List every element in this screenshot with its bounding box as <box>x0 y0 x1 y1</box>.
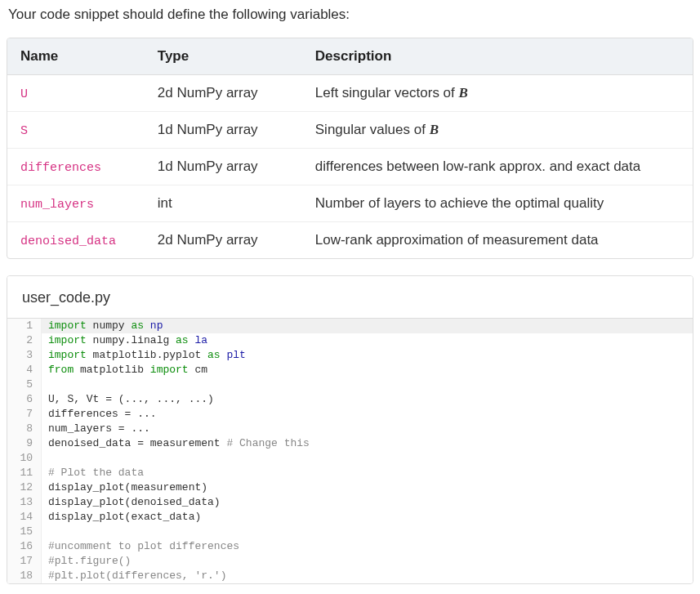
code-line[interactable]: 16#uncomment to plot differences <box>7 539 693 554</box>
code-line[interactable]: 3import matplotlib.pyplot as plt <box>7 348 693 363</box>
code-line[interactable]: 6U, S, Vt = (..., ..., ...) <box>7 392 693 407</box>
code-line[interactable]: 5 <box>7 377 693 392</box>
line-number: 1 <box>7 319 42 333</box>
variable-code: denoised_data <box>20 234 116 248</box>
intro-text: Your code snippet should define the foll… <box>8 7 693 23</box>
cell-var-type: 2d NumPy array <box>145 222 302 259</box>
code-line[interactable]: 11# Plot the data <box>7 466 693 480</box>
variables-table: Name Type Description U2d NumPy arrayLef… <box>7 38 693 258</box>
table-row: denoised_data2d NumPy arrayLow-rank appr… <box>7 222 693 259</box>
code-content[interactable]: import numpy.linalg as la <box>42 333 207 348</box>
code-line[interactable]: 4from matplotlib import cm <box>7 363 693 377</box>
code-line[interactable]: 14display_plot(exact_data) <box>7 510 693 525</box>
code-content[interactable]: display_plot(denoised_data) <box>42 495 221 510</box>
code-line[interactable]: 7differences = ... <box>7 407 693 422</box>
code-content[interactable]: num_layers = ... <box>42 422 150 436</box>
code-line[interactable]: 2import numpy.linalg as la <box>7 333 693 348</box>
th-type: Type <box>145 38 302 75</box>
cell-var-name: differences <box>7 149 145 185</box>
code-content[interactable]: U, S, Vt = (..., ..., ...) <box>42 392 214 407</box>
math-variable: B <box>459 85 468 100</box>
line-number: 12 <box>7 480 42 495</box>
code-content[interactable]: import numpy as np <box>42 319 163 333</box>
cell-var-desc: Low-rank approximation of measurement da… <box>302 222 693 259</box>
code-content[interactable]: display_plot(measurement) <box>42 480 207 495</box>
cell-var-name: S <box>7 112 145 149</box>
cell-var-desc: Singular values of B <box>302 112 693 149</box>
line-number: 5 <box>7 377 42 392</box>
code-line[interactable]: 15 <box>7 525 693 539</box>
code-filename: user_code.py <box>7 276 693 319</box>
code-line[interactable]: 17#plt.figure() <box>7 554 693 569</box>
code-line[interactable]: 10 <box>7 451 693 466</box>
cell-var-desc: Number of layers to achieve the optimal … <box>302 185 693 222</box>
th-name: Name <box>7 38 145 75</box>
variables-table-container: Name Type Description U2d NumPy arrayLef… <box>7 38 693 259</box>
line-number: 7 <box>7 407 42 422</box>
th-desc: Description <box>302 38 693 75</box>
line-number: 15 <box>7 525 42 539</box>
cell-var-desc: Left singular vectors of B <box>302 75 693 112</box>
line-number: 18 <box>7 569 42 583</box>
code-content[interactable]: differences = ... <box>42 407 157 422</box>
code-line[interactable]: 1import numpy as np <box>7 319 693 333</box>
cell-var-type: 1d NumPy array <box>145 149 302 185</box>
variable-code: num_layers <box>20 198 94 212</box>
line-number: 2 <box>7 333 42 348</box>
code-content[interactable]: from matplotlib import cm <box>42 363 207 377</box>
code-content[interactable]: #plt.figure() <box>42 554 131 569</box>
cell-var-type: 2d NumPy array <box>145 75 302 112</box>
line-number: 4 <box>7 363 42 377</box>
code-content[interactable]: # Plot the data <box>42 466 144 480</box>
table-row: num_layersintNumber of layers to achieve… <box>7 185 693 222</box>
line-number: 9 <box>7 436 42 451</box>
code-content[interactable]: #uncomment to plot differences <box>42 539 239 554</box>
code-line[interactable]: 13display_plot(denoised_data) <box>7 495 693 510</box>
line-number: 3 <box>7 348 42 363</box>
line-number: 16 <box>7 539 42 554</box>
code-content[interactable]: #plt.plot(differences, 'r.') <box>42 569 226 583</box>
line-number: 11 <box>7 466 42 480</box>
table-row: S1d NumPy arraySingular values of B <box>7 112 693 149</box>
line-number: 8 <box>7 422 42 436</box>
cell-var-name: U <box>7 75 145 112</box>
line-number: 17 <box>7 554 42 569</box>
table-row: U2d NumPy arrayLeft singular vectors of … <box>7 75 693 112</box>
code-line[interactable]: 12display_plot(measurement) <box>7 480 693 495</box>
code-content[interactable]: import matplotlib.pyplot as plt <box>42 348 246 363</box>
variable-code: differences <box>20 161 101 175</box>
code-content[interactable]: display_plot(exact_data) <box>42 510 201 525</box>
cell-var-type: 1d NumPy array <box>145 112 302 149</box>
code-content[interactable] <box>42 525 55 539</box>
cell-var-desc: differences between low-rank approx. and… <box>302 149 693 185</box>
variable-code: U <box>20 87 28 101</box>
table-row: differences1d NumPy arraydifferences bet… <box>7 149 693 185</box>
code-content[interactable] <box>42 377 55 392</box>
cell-var-name: denoised_data <box>7 222 145 259</box>
math-variable: B <box>430 122 439 137</box>
line-number: 14 <box>7 510 42 525</box>
code-content[interactable] <box>42 451 55 466</box>
table-header-row: Name Type Description <box>7 38 693 75</box>
cell-var-type: int <box>145 185 302 222</box>
line-number: 13 <box>7 495 42 510</box>
code-editor[interactable]: 1import numpy as np2import numpy.linalg … <box>7 319 693 583</box>
code-line[interactable]: 8num_layers = ... <box>7 422 693 436</box>
code-line[interactable]: 18#plt.plot(differences, 'r.') <box>7 569 693 583</box>
code-content[interactable]: denoised_data = measurement # Change thi… <box>42 436 310 451</box>
code-line[interactable]: 9denoised_data = measurement # Change th… <box>7 436 693 451</box>
cell-var-name: num_layers <box>7 185 145 222</box>
line-number: 6 <box>7 392 42 407</box>
code-panel: user_code.py 1import numpy as np2import … <box>7 275 693 584</box>
variable-code: S <box>20 124 28 138</box>
line-number: 10 <box>7 451 42 466</box>
